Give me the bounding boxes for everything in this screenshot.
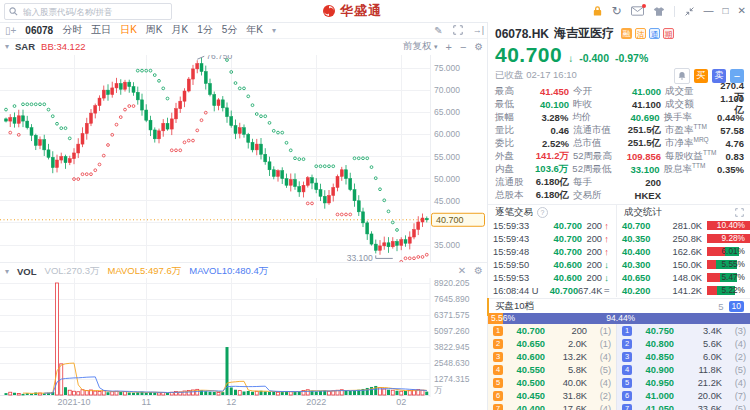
stat-row[interactable]: 40.200141.2K5.22% <box>617 284 750 297</box>
stock-search-box[interactable] <box>4 3 172 20</box>
fullscreen-icon[interactable] <box>453 25 463 35</box>
quote-value: 3.28% <box>525 112 569 123</box>
quote-label: 52周最高 <box>573 150 621 163</box>
volume-indicator-name[interactable]: VOL <box>17 266 37 277</box>
logo-text: 华盛通 <box>340 2 382 20</box>
more-periods-dropdown-icon[interactable]: ▾ <box>272 26 276 35</box>
bid-row[interactable]: 340.60013.2K(4) <box>488 350 616 363</box>
quote-value: 6.180亿 <box>525 189 569 202</box>
svg-text:60.000: 60.000 <box>434 129 460 139</box>
quote-value: 4.76 <box>719 138 744 149</box>
period-tab-5分[interactable]: 5分 <box>222 23 238 37</box>
collapse-window-icon[interactable] <box>684 6 695 17</box>
scrollbar-thumb[interactable] <box>487 298 489 316</box>
indicator-dropdown-icon[interactable]: ▾ <box>5 42 9 51</box>
expand-stats-icon[interactable] <box>735 208 744 217</box>
ask-row[interactable]: 140.7503.4K(3) <box>617 324 750 337</box>
stat-row[interactable]: 40.350250.8K9.28% <box>617 232 750 245</box>
x-axis-label: 02 <box>396 397 406 407</box>
svg-text:6371.575: 6371.575 <box>434 310 470 320</box>
draw-pencil-icon[interactable]: ✎ <box>434 25 442 36</box>
help-icon[interactable]: ? <box>537 207 548 218</box>
minimize-icon[interactable]: — <box>704 6 714 16</box>
ask-row[interactable]: 641.00020.0K(7) <box>617 389 750 402</box>
current-stock-code: 06078 <box>25 25 53 36</box>
svg-text:70.000: 70.000 <box>434 85 460 95</box>
tick-row[interactable]: 15:59:3340.700200↑ <box>488 219 616 232</box>
price-change: -0.400 <box>579 52 609 64</box>
tick-row[interactable]: 16:08:44 U40.70067.4K= <box>488 284 616 297</box>
zoom-out-icon[interactable]: − <box>460 41 466 53</box>
period-tab-五日[interactable]: 五日 <box>91 23 111 37</box>
stat-row[interactable]: 40.650148.0K5.47% <box>617 271 750 284</box>
quote-value: 251.5亿 <box>621 137 661 150</box>
period-tab-年K[interactable]: 年K <box>246 23 263 37</box>
volume-dropdown-icon[interactable]: ▾ <box>5 267 9 276</box>
candlestick-chart[interactable]: 75.00070.00065.00060.00055.00050.00045.0… <box>0 55 487 262</box>
volume-settings-gear-icon[interactable]: ⚙ <box>474 265 483 276</box>
tick-row[interactable]: 15:59:4340.700200↑ <box>488 232 616 245</box>
period-tab-月K[interactable]: 月K <box>172 23 189 37</box>
quote-row: 外盘141.2万52周最高109.856每股收益TTM0.83 <box>488 150 750 163</box>
x-axis-labels: 2021-101112202202 <box>0 397 487 410</box>
shirt-icon[interactable] <box>653 6 665 17</box>
refresh-icon[interactable]: ↻ <box>612 5 622 17</box>
ask-row[interactable]: 540.95021.2K(4) <box>617 376 750 389</box>
collapse-panel-icon[interactable]: →| <box>473 25 484 35</box>
quote-label: 流通市值 <box>573 124 621 137</box>
quote-label: 昨收 <box>573 98 621 111</box>
volume-chart[interactable]: 8920.2057645.8906371.5755097.2603822.945… <box>0 278 487 397</box>
quote-label: 成交量 <box>665 85 719 98</box>
top-bar: 华盛通 ↻ — □ ✕ <box>0 0 750 22</box>
tick-row[interactable]: 15:59:5340.600200↓ <box>488 271 616 284</box>
bid-row[interactable]: 640.45031.8K(2) <box>488 389 616 402</box>
quote-row: 振幅3.28%均价40.690换手率0.44% <box>488 111 750 124</box>
toggle-10-levels[interactable]: 10 <box>729 301 744 312</box>
ask-row[interactable]: 340.8506.0K(2) <box>617 350 750 363</box>
svg-text:1274.315: 1274.315 <box>434 374 470 384</box>
svg-text:65.000: 65.000 <box>434 107 460 117</box>
stat-row[interactable]: 40.400162.6K6.01% <box>617 245 750 258</box>
close-icon[interactable]: ✕ <box>738 6 746 16</box>
bid-row[interactable]: 740.40017.6K(4) <box>488 402 616 410</box>
search-input[interactable] <box>21 6 167 18</box>
period-tab-1分[interactable]: 1分 <box>197 23 213 37</box>
stat-row[interactable]: 40.300150.0K5.55% <box>617 258 750 271</box>
ask-row[interactable]: 240.8005.6K(4) <box>617 337 750 350</box>
svg-text:55.000: 55.000 <box>434 152 460 162</box>
svg-text:33.100: 33.100 <box>347 253 373 262</box>
bid-row[interactable]: 140.700200(1) <box>488 324 616 337</box>
period-tab-周K[interactable]: 周K <box>146 23 163 37</box>
volume-close-icon[interactable]: ✕ <box>458 265 466 276</box>
indicator-name[interactable]: SAR <box>15 41 35 52</box>
quote-value: 0.83 <box>719 151 744 162</box>
bid-row[interactable]: 540.50040.0K(4) <box>488 376 616 389</box>
stock-badge-期: 期 <box>663 28 674 39</box>
buy-button[interactable]: 买 <box>694 69 708 83</box>
lock-icon[interactable] <box>592 5 603 17</box>
alert-bell-icon[interactable] <box>674 68 690 84</box>
ask-row[interactable]: 741.05033.6K(5) <box>617 402 750 410</box>
maximize-icon[interactable]: □ <box>723 6 729 16</box>
bid-ratio-label: 5.56% <box>491 313 515 324</box>
ask-row[interactable]: 440.90011.8K(5) <box>617 363 750 376</box>
period-tab-日K[interactable]: 日K <box>120 23 137 37</box>
chart-settings-gear-icon[interactable]: ⚙ <box>474 41 483 52</box>
quote-value: 200 <box>621 177 661 188</box>
tick-row[interactable]: 15:59:4840.700200↑ <box>488 245 616 258</box>
toggle-5-levels[interactable]: 5 <box>718 301 723 312</box>
stock-selector-icon[interactable]: ▯+ <box>5 25 16 36</box>
bid-row[interactable]: 440.5505.8K(5) <box>488 363 616 376</box>
tick-row[interactable]: 15:59:5040.600200↓ <box>488 258 616 271</box>
chart-region: ▯+ 06078 分时五日日K周K月K1分5分年K ▾ ✎ →| ▾ SAR B… <box>0 22 487 410</box>
period-tab-分时[interactable]: 分时 <box>62 23 82 37</box>
adjust-mode-select[interactable]: 前复权 ▾ <box>403 40 438 53</box>
quote-value: 41.450 <box>525 86 569 97</box>
mail-icon[interactable] <box>631 6 644 16</box>
stock-name: 海吉亚医疗 <box>554 25 614 42</box>
zoom-in-icon[interactable]: + <box>446 41 452 53</box>
price-change-pct: -0.97% <box>615 52 648 64</box>
bid-row[interactable]: 240.6502.0K(1) <box>488 337 616 350</box>
stat-row[interactable]: 40.700281.0K10.40% <box>617 219 750 232</box>
quote-label: 量比 <box>495 124 525 137</box>
